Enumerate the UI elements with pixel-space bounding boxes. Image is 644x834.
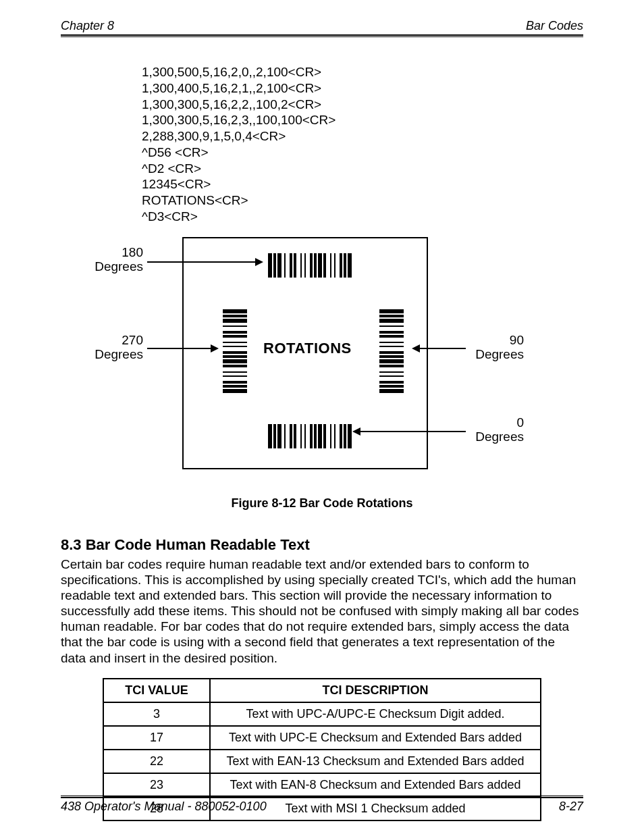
section-heading: 8.3 Bar Code Human Readable Text [61,536,583,554]
code-line: 12345<CR> [142,176,583,192]
print-area-box: ROTATIONS [182,237,428,469]
code-line: 1,300,400,5,16,2,1,,2,100<CR> [142,80,583,97]
label-180: 180 Degrees [89,245,143,275]
code-line: ^D56 <CR> [142,145,583,161]
table-cell: Text with UPC-E Checksum and Extended Ba… [210,726,541,750]
table-cell: 17 [103,726,210,750]
code-line: 1,300,500,5,16,2,0,,2,100<CR> [142,64,583,80]
code-line: 1,300,300,5,16,2,2,,100,2<CR> [142,97,583,113]
table-cell: 22 [103,750,210,773]
rotations-text: ROTATIONS [263,340,352,357]
barcode-0-icon [268,424,352,448]
label-0: 0 Degrees [470,415,524,445]
arrow-line [420,348,466,349]
label-90: 90 Degrees [470,333,524,363]
page-header: Chapter 8 Bar Codes [61,19,583,36]
barcode-270-icon [223,309,247,393]
figure-caption: Figure 8-12 Bar Code Rotations [61,496,583,511]
code-line: 1,300,300,5,16,2,3,,100,100<CR> [142,112,583,128]
table-row: 22 Text with EAN-13 Checksum and Extende… [103,750,541,773]
label-270: 270 Degrees [89,333,143,363]
arrow-line [147,348,211,349]
table-cell: 3 [103,702,210,726]
arrow-right-icon [211,344,219,353]
arrow-left-icon [412,344,420,353]
barcode-180-icon [268,253,352,278]
table-header: TCI DESCRIPTION [210,679,541,702]
code-block: 1,300,500,5,16,2,0,,2,100<CR> 1,300,400,… [142,64,583,225]
arrow-line [360,431,466,432]
table-cell: Text with EAN-13 Checksum and Extended B… [210,750,541,773]
code-line: ROTATIONS<CR> [142,192,583,209]
header-right: Bar Codes [526,19,583,33]
table-cell: Text with UPC-A/UPC-E Checksum Digit add… [210,702,541,726]
footer-left: 438 Operator's Manual - 880052-0100 [61,800,267,814]
code-line: ^D3<CR> [142,209,583,225]
barcode-90-icon [379,309,404,393]
arrow-line [147,261,255,263]
table-cell: 23 [103,773,210,797]
footer-right: 8-27 [559,800,583,814]
figure-rotations: ROTATIONS 180 Degrees 270 Degrees 90 Deg… [61,233,583,483]
table-row: 17 Text with UPC-E Checksum and Extended… [103,726,541,750]
header-rule [61,36,583,37]
code-line: 2,288,300,9,1,5,0,4<CR> [142,128,583,145]
code-line: ^D2 <CR> [142,161,583,177]
table-cell: Text with EAN-8 Checksum and Extended Ba… [210,773,541,797]
table-header: TCI VALUE [103,679,210,702]
table-row: 23 Text with EAN-8 Checksum and Extended… [103,773,541,797]
table-row: 3 Text with UPC-A/UPC-E Checksum Digit a… [103,702,541,726]
arrow-left-icon [352,427,360,436]
table-header-row: TCI VALUE TCI DESCRIPTION [103,679,541,702]
footer-rule [61,796,583,796]
arrow-right-icon [255,258,263,266]
page-footer: 438 Operator's Manual - 880052-0100 8-27 [61,796,583,814]
section-body: Certain bar codes require human readable… [61,556,583,666]
header-left: Chapter 8 [61,19,114,33]
